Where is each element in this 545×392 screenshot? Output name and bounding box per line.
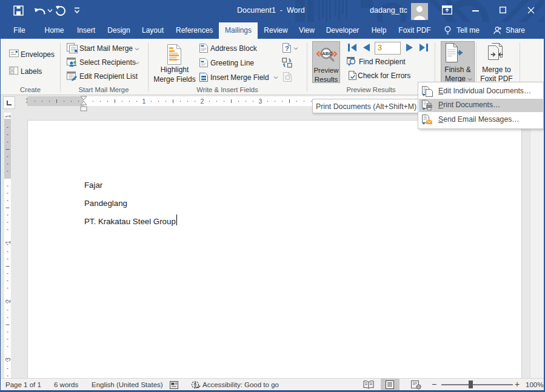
svg-text:ABC: ABC — [322, 51, 333, 56]
svg-text:3: 3 — [259, 98, 262, 105]
svg-text:2: 2 — [201, 98, 204, 105]
svg-text:1: 1 — [142, 98, 146, 105]
svg-text:?: ? — [285, 45, 289, 52]
